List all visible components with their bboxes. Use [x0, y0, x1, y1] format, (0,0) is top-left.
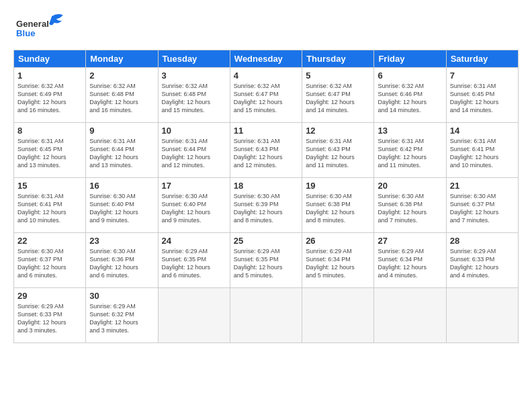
day-info: Sunrise: 6:32 AM Sunset: 6:46 PM Dayligh…	[378, 82, 442, 115]
calendar-cell: 27Sunrise: 6:29 AM Sunset: 6:34 PM Dayli…	[374, 233, 446, 288]
day-number: 27	[378, 236, 442, 246]
calendar-cell	[158, 288, 230, 343]
day-number: 7	[450, 71, 515, 81]
day-number: 1	[17, 71, 82, 81]
day-number: 24	[162, 236, 226, 246]
day-info: Sunrise: 6:29 AM Sunset: 6:32 PM Dayligh…	[89, 302, 154, 335]
calendar-cell: 1Sunrise: 6:32 AM Sunset: 6:49 PM Daylig…	[14, 68, 86, 123]
day-number: 25	[234, 236, 298, 246]
day-number: 5	[306, 71, 370, 81]
day-number: 14	[450, 126, 515, 136]
calendar-cell: 9Sunrise: 6:31 AM Sunset: 6:44 PM Daylig…	[86, 123, 158, 178]
day-info: Sunrise: 6:32 AM Sunset: 6:48 PM Dayligh…	[89, 82, 154, 115]
calendar-cell: 11Sunrise: 6:31 AM Sunset: 6:43 PM Dayli…	[230, 123, 302, 178]
day-number: 22	[17, 236, 82, 246]
calendar-table: SundayMondayTuesdayWednesdayThursdayFrid…	[13, 50, 519, 343]
weekday-header-saturday: Saturday	[446, 50, 518, 68]
calendar-cell: 7Sunrise: 6:31 AM Sunset: 6:45 PM Daylig…	[446, 68, 518, 123]
calendar-cell: 8Sunrise: 6:31 AM Sunset: 6:45 PM Daylig…	[14, 123, 86, 178]
day-number: 21	[450, 181, 515, 191]
day-info: Sunrise: 6:31 AM Sunset: 6:43 PM Dayligh…	[306, 137, 370, 170]
day-number: 28	[450, 236, 515, 246]
weekday-header-tuesday: Tuesday	[158, 50, 230, 68]
day-info: Sunrise: 6:31 AM Sunset: 6:41 PM Dayligh…	[450, 137, 515, 170]
logo-svg: General Blue	[13, 11, 74, 43]
day-number: 16	[89, 181, 154, 191]
day-info: Sunrise: 6:31 AM Sunset: 6:44 PM Dayligh…	[89, 137, 154, 170]
day-info: Sunrise: 6:32 AM Sunset: 6:49 PM Dayligh…	[17, 82, 82, 115]
day-info: Sunrise: 6:30 AM Sunset: 6:37 PM Dayligh…	[450, 192, 515, 225]
calendar-week-3: 15Sunrise: 6:31 AM Sunset: 6:41 PM Dayli…	[14, 178, 519, 233]
calendar-cell: 21Sunrise: 6:30 AM Sunset: 6:37 PM Dayli…	[446, 178, 518, 233]
calendar-week-2: 8Sunrise: 6:31 AM Sunset: 6:45 PM Daylig…	[14, 123, 519, 178]
day-number: 18	[234, 181, 298, 191]
day-info: Sunrise: 6:29 AM Sunset: 6:34 PM Dayligh…	[378, 247, 442, 280]
weekday-header-monday: Monday	[86, 50, 158, 68]
day-number: 29	[17, 291, 82, 301]
day-info: Sunrise: 6:32 AM Sunset: 6:47 PM Dayligh…	[306, 82, 370, 115]
day-number: 20	[378, 181, 442, 191]
calendar-cell	[230, 288, 302, 343]
calendar-cell: 2Sunrise: 6:32 AM Sunset: 6:48 PM Daylig…	[86, 68, 158, 123]
day-number: 12	[306, 126, 370, 136]
day-info: Sunrise: 6:32 AM Sunset: 6:47 PM Dayligh…	[234, 82, 298, 115]
calendar-cell: 16Sunrise: 6:30 AM Sunset: 6:40 PM Dayli…	[86, 178, 158, 233]
day-number: 9	[89, 126, 154, 136]
calendar-cell: 13Sunrise: 6:31 AM Sunset: 6:42 PM Dayli…	[374, 123, 446, 178]
calendar-cell: 24Sunrise: 6:29 AM Sunset: 6:35 PM Dayli…	[158, 233, 230, 288]
day-info: Sunrise: 6:30 AM Sunset: 6:40 PM Dayligh…	[89, 192, 154, 225]
calendar-week-5: 29Sunrise: 6:29 AM Sunset: 6:33 PM Dayli…	[14, 288, 519, 343]
weekday-header-row: SundayMondayTuesdayWednesdayThursdayFrid…	[14, 50, 519, 68]
calendar-cell: 22Sunrise: 6:30 AM Sunset: 6:37 PM Dayli…	[14, 233, 86, 288]
day-number: 11	[234, 126, 298, 136]
page: General Blue SundayMondayTuesdayWednesda…	[0, 0, 532, 411]
calendar-cell: 15Sunrise: 6:31 AM Sunset: 6:41 PM Dayli…	[14, 178, 86, 233]
day-number: 10	[162, 126, 226, 136]
weekday-header-thursday: Thursday	[302, 50, 374, 68]
calendar-cell: 26Sunrise: 6:29 AM Sunset: 6:34 PM Dayli…	[302, 233, 374, 288]
calendar-cell: 14Sunrise: 6:31 AM Sunset: 6:41 PM Dayli…	[446, 123, 518, 178]
day-number: 30	[89, 291, 154, 301]
day-number: 26	[306, 236, 370, 246]
day-number: 6	[378, 71, 442, 81]
day-info: Sunrise: 6:29 AM Sunset: 6:33 PM Dayligh…	[450, 247, 515, 280]
day-number: 4	[234, 71, 298, 81]
day-info: Sunrise: 6:31 AM Sunset: 6:45 PM Dayligh…	[450, 82, 515, 115]
calendar-cell: 18Sunrise: 6:30 AM Sunset: 6:39 PM Dayli…	[230, 178, 302, 233]
weekday-header-friday: Friday	[374, 50, 446, 68]
calendar-cell: 23Sunrise: 6:30 AM Sunset: 6:36 PM Dayli…	[86, 233, 158, 288]
calendar-week-4: 22Sunrise: 6:30 AM Sunset: 6:37 PM Dayli…	[14, 233, 519, 288]
calendar-cell: 17Sunrise: 6:30 AM Sunset: 6:40 PM Dayli…	[158, 178, 230, 233]
calendar-cell	[302, 288, 374, 343]
day-number: 3	[162, 71, 226, 81]
calendar-cell: 4Sunrise: 6:32 AM Sunset: 6:47 PM Daylig…	[230, 68, 302, 123]
day-info: Sunrise: 6:29 AM Sunset: 6:34 PM Dayligh…	[306, 247, 370, 280]
calendar-cell: 25Sunrise: 6:29 AM Sunset: 6:35 PM Dayli…	[230, 233, 302, 288]
day-info: Sunrise: 6:31 AM Sunset: 6:41 PM Dayligh…	[17, 192, 82, 225]
day-info: Sunrise: 6:31 AM Sunset: 6:44 PM Dayligh…	[162, 137, 226, 170]
calendar-cell: 3Sunrise: 6:32 AM Sunset: 6:48 PM Daylig…	[158, 68, 230, 123]
calendar-cell	[374, 288, 446, 343]
day-info: Sunrise: 6:32 AM Sunset: 6:48 PM Dayligh…	[162, 82, 226, 115]
calendar-cell: 29Sunrise: 6:29 AM Sunset: 6:33 PM Dayli…	[14, 288, 86, 343]
calendar-cell	[446, 288, 518, 343]
day-number: 23	[89, 236, 154, 246]
day-info: Sunrise: 6:30 AM Sunset: 6:38 PM Dayligh…	[306, 192, 370, 225]
day-info: Sunrise: 6:30 AM Sunset: 6:40 PM Dayligh…	[162, 192, 226, 225]
calendar-cell: 6Sunrise: 6:32 AM Sunset: 6:46 PM Daylig…	[374, 68, 446, 123]
calendar-cell: 10Sunrise: 6:31 AM Sunset: 6:44 PM Dayli…	[158, 123, 230, 178]
weekday-header-wednesday: Wednesday	[230, 50, 302, 68]
day-number: 2	[89, 71, 154, 81]
day-number: 17	[162, 181, 226, 191]
calendar-cell: 30Sunrise: 6:29 AM Sunset: 6:32 PM Dayli…	[86, 288, 158, 343]
day-info: Sunrise: 6:29 AM Sunset: 6:35 PM Dayligh…	[234, 247, 298, 280]
calendar-cell: 19Sunrise: 6:30 AM Sunset: 6:38 PM Dayli…	[302, 178, 374, 233]
calendar-cell: 20Sunrise: 6:30 AM Sunset: 6:38 PM Dayli…	[374, 178, 446, 233]
weekday-header-sunday: Sunday	[14, 50, 86, 68]
day-info: Sunrise: 6:30 AM Sunset: 6:37 PM Dayligh…	[17, 247, 82, 280]
day-number: 15	[17, 181, 82, 191]
calendar-cell: 5Sunrise: 6:32 AM Sunset: 6:47 PM Daylig…	[302, 68, 374, 123]
day-info: Sunrise: 6:29 AM Sunset: 6:33 PM Dayligh…	[17, 302, 82, 335]
day-number: 19	[306, 181, 370, 191]
day-info: Sunrise: 6:31 AM Sunset: 6:42 PM Dayligh…	[378, 137, 442, 170]
